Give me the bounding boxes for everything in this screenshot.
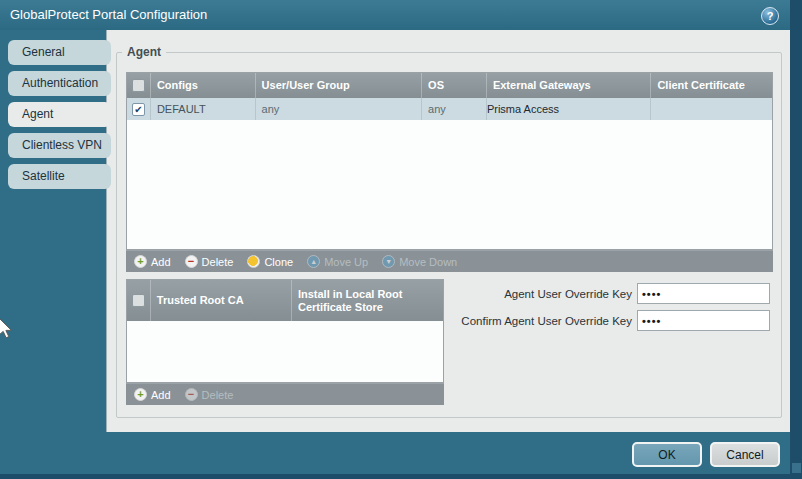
move-down-button: ▼ Move Down xyxy=(382,255,457,268)
dialog-title: GlobalProtect Portal Configuration xyxy=(10,0,207,30)
cell-external-gateways: Prisma Access xyxy=(487,98,651,120)
trusted-root-ca-table: Trusted Root CA Install in Local Root Ce… xyxy=(126,279,444,383)
cancel-button[interactable]: Cancel xyxy=(710,442,780,467)
col-configs[interactable]: Configs xyxy=(151,73,256,98)
trusted-ca-select-all-checkbox[interactable] xyxy=(132,294,145,307)
tab-general[interactable]: General xyxy=(8,40,111,65)
delete-icon: − xyxy=(185,388,198,401)
col-user-group[interactable]: User/User Group xyxy=(256,73,422,98)
agent-fieldset-title: Agent xyxy=(122,45,166,59)
clone-label: Clone xyxy=(264,256,293,268)
delete-icon: − xyxy=(185,255,198,268)
ok-button[interactable]: OK xyxy=(632,442,702,467)
dialog-titlebar[interactable]: GlobalProtect Portal Configuration ? xyxy=(0,0,790,30)
move-up-label: Move Up xyxy=(324,256,368,268)
move-down-icon: ▼ xyxy=(382,255,395,268)
add-icon: + xyxy=(134,255,147,268)
delete-label: Delete xyxy=(202,389,234,401)
configs-table-header: Configs User/User Group OS External Gate… xyxy=(127,73,772,98)
row-checkbox[interactable]: ✔ xyxy=(132,103,145,116)
add-config-button[interactable]: + Add xyxy=(134,255,171,268)
col-trusted-root-ca[interactable]: Trusted Root CA xyxy=(151,280,292,321)
mouse-cursor xyxy=(0,317,14,340)
delete-trusted-ca-button: − Delete xyxy=(185,388,234,401)
table-row-default[interactable]: ✔ DEFAULT any any Prisma Access xyxy=(127,98,772,120)
select-all-checkbox[interactable] xyxy=(132,79,145,92)
confirm-override-key-label: Confirm Agent User Override Key xyxy=(402,315,632,327)
agent-configs-table: Configs User/User Group OS External Gate… xyxy=(126,72,773,250)
delete-label: Delete xyxy=(202,256,234,268)
cell-configs: DEFAULT xyxy=(151,98,256,120)
tab-agent[interactable]: Agent xyxy=(8,102,111,127)
screen: GlobalProtect Portal Configuration ? Gen… xyxy=(0,0,802,479)
add-label: Add xyxy=(151,256,171,268)
configs-toolbar: + Add − Delete Clone ▲ Move Up ▼ Move Do… xyxy=(126,250,773,272)
add-trusted-ca-button[interactable]: + Add xyxy=(134,388,171,401)
trusted-ca-checkbox-cell xyxy=(127,280,151,321)
cell-os: any xyxy=(422,98,487,120)
confirm-override-key-input[interactable] xyxy=(637,310,770,331)
add-label: Add xyxy=(151,389,171,401)
col-client-certificate[interactable]: Client Certificate xyxy=(651,73,772,98)
globalprotect-portal-dialog: GlobalProtect Portal Configuration ? Gen… xyxy=(0,0,790,474)
cell-user-group: any xyxy=(256,98,422,120)
agent-override-key-input[interactable] xyxy=(637,283,770,304)
help-icon[interactable]: ? xyxy=(761,7,779,25)
tab-satellite[interactable]: Satellite xyxy=(8,164,111,189)
add-icon: + xyxy=(134,388,147,401)
move-up-button: ▲ Move Up xyxy=(307,255,368,268)
trusted-ca-toolbar: + Add − Delete xyxy=(126,383,444,405)
move-up-icon: ▲ xyxy=(307,255,320,268)
move-down-label: Move Down xyxy=(399,256,457,268)
cell-client-certificate xyxy=(651,98,772,120)
trusted-ca-header: Trusted Root CA Install in Local Root Ce… xyxy=(127,280,443,321)
tab-clientless-vpn[interactable]: Clientless VPN xyxy=(8,133,111,158)
col-external-gateways[interactable]: External Gateways xyxy=(487,73,651,98)
agent-override-key-label: Agent User Override Key xyxy=(402,288,632,300)
tab-authentication[interactable]: Authentication xyxy=(8,71,111,96)
delete-config-button[interactable]: − Delete xyxy=(185,255,234,268)
col-os[interactable]: OS xyxy=(422,73,487,98)
resize-grip[interactable] xyxy=(792,463,801,473)
row-checkbox-cell: ✔ xyxy=(127,98,151,120)
clone-icon xyxy=(247,255,260,268)
clone-config-button[interactable]: Clone xyxy=(247,255,293,268)
configs-header-checkbox-cell xyxy=(127,73,151,98)
